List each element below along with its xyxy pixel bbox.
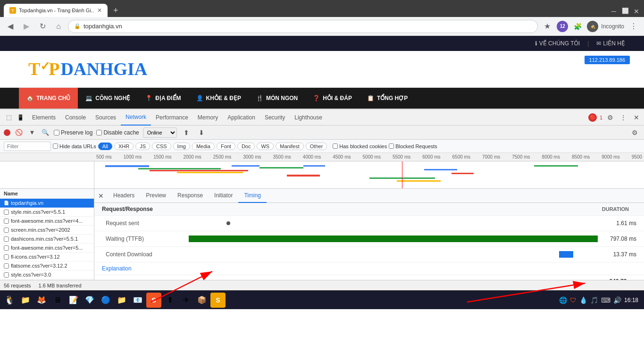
taskbar-icon-linux[interactable]: 🐧 — [2, 293, 17, 308]
file-checkbox-7[interactable] — [4, 263, 9, 269]
taskbar-icon-chrome[interactable]: 🔵 — [98, 293, 113, 308]
filter-chip-media[interactable]: Media — [192, 143, 215, 150]
disable-cache-label[interactable]: Disable cache — [96, 129, 139, 136]
file-item-1[interactable]: style.min.css?ver=5.5.1 — [0, 208, 94, 217]
filter-chip-manifest[interactable]: Manifest — [276, 143, 304, 150]
detail-tab-headers[interactable]: Headers — [108, 189, 140, 203]
file-item-2[interactable]: font-awesome.min.css?ver=4... — [0, 217, 94, 226]
export-btn[interactable]: ⬇ — [196, 127, 207, 138]
filter-chip-ws[interactable]: WS — [257, 143, 274, 150]
filter-input[interactable] — [4, 142, 51, 151]
filter-chip-other[interactable]: Other — [306, 143, 327, 150]
maximize-btn[interactable]: ⬜ — [621, 8, 629, 15]
nav-item-summary[interactable]: 📋 TỔNG HỢP — [360, 88, 415, 109]
taskbar-icon-package[interactable]: 📦 — [194, 293, 209, 308]
profile-avatar[interactable]: 12 — [557, 21, 568, 32]
filter-toggle-btn[interactable]: ▼ — [27, 128, 37, 137]
detail-tab-response[interactable]: Response — [172, 189, 209, 203]
close-detail-btn[interactable]: ✕ — [94, 189, 108, 203]
nav-item-beauty[interactable]: 👤 KHỎE & ĐẸP — [189, 88, 249, 109]
devtools-more-btn[interactable]: ⋮ — [618, 112, 629, 123]
file-item-6[interactable]: fl-icons.css?ver=3.12 — [0, 253, 94, 261]
inspect-element-btn[interactable]: ⬚ — [4, 112, 14, 123]
tab-close-icon[interactable]: ✕ — [97, 7, 102, 14]
file-checkbox-8[interactable] — [4, 272, 9, 278]
forward-btn[interactable]: ▶ — [20, 20, 33, 33]
tab-lighthouse[interactable]: Lighthouse — [290, 109, 327, 126]
file-checkbox-2[interactable] — [4, 219, 9, 224]
record-btn[interactable] — [4, 129, 10, 136]
explanation-link[interactable]: Explanation — [102, 265, 132, 272]
hide-data-urls-label[interactable]: Hide data URLs — [53, 143, 96, 149]
file-item-3[interactable]: screen.min.css?ver=2002 — [0, 226, 94, 235]
menu-btn[interactable]: ⋮ — [627, 20, 640, 33]
taskbar-icon-network-manager[interactable]: 🌐 — [559, 296, 567, 304]
taskbar-icon-files[interactable]: 📁 — [18, 293, 33, 308]
extensions-btn[interactable]: 🧩 — [571, 20, 584, 33]
filter-chip-all[interactable]: All — [98, 143, 112, 150]
taskbar-icon-gem[interactable]: 💎 — [82, 293, 97, 308]
file-checkbox-4[interactable] — [4, 236, 9, 242]
taskbar-icon-sublime[interactable]: S — [146, 293, 161, 308]
refresh-btn[interactable]: ↻ — [36, 20, 49, 33]
back-btn[interactable]: ◀ — [4, 20, 17, 33]
tab-elements[interactable]: Elements — [27, 109, 60, 126]
file-checkbox-3[interactable] — [4, 227, 9, 233]
has-blocked-cookies-checkbox[interactable] — [333, 143, 338, 149]
file-checkbox-6[interactable] — [4, 254, 9, 260]
disable-cache-checkbox[interactable] — [96, 130, 102, 135]
filter-chip-xhr[interactable]: XHR — [114, 143, 134, 150]
browser-tab[interactable]: T Topdanhgia.vn - Trang Đánh Gi... ✕ — [4, 4, 108, 17]
online-select[interactable]: Online Fast 3G Slow 3G Offline — [143, 127, 177, 138]
settings-network-btn[interactable]: ⚙ — [629, 127, 640, 138]
nav-item-home[interactable]: 🏠 TRANG CHỦ — [19, 88, 78, 109]
tab-memory[interactable]: Memory — [193, 109, 223, 126]
taskbar-icon-upload[interactable]: ⬆ — [162, 293, 177, 308]
blocked-requests-checkbox[interactable] — [389, 143, 394, 149]
tab-application[interactable]: Application — [223, 109, 260, 126]
file-item-4[interactable]: dashicons.min.css?ver=5.5.1 — [0, 235, 94, 244]
tab-security[interactable]: Security — [260, 109, 290, 126]
nav-item-location[interactable]: 📍 ĐỊA ĐIỂM — [138, 88, 188, 109]
file-item-topdanhgia[interactable]: 📄 topdanhgia.vn — [0, 199, 94, 208]
taskbar-icon-volume[interactable]: 🔊 — [613, 296, 621, 304]
filter-chip-js[interactable]: JS — [135, 143, 150, 150]
nav-item-food[interactable]: 🍴 MÓN NGON — [249, 88, 305, 109]
clear-btn[interactable]: 🚫 — [14, 128, 24, 137]
hide-data-urls-checkbox[interactable] — [53, 143, 58, 149]
file-item-5[interactable]: font-awesome.min.css?ver=5... — [0, 244, 94, 253]
detail-tab-preview[interactable]: Preview — [140, 189, 172, 203]
address-bar[interactable]: 🔒 topdanhgia.vn — [68, 20, 538, 33]
tab-sources[interactable]: Sources — [91, 109, 121, 126]
taskbar-icon-bluetooth[interactable]: 🎵 — [590, 296, 598, 304]
filter-chip-doc[interactable]: Doc — [237, 143, 255, 150]
incognito-badge[interactable]: 🕵 — [587, 21, 598, 32]
taskbar-icon-text[interactable]: 📝 — [66, 293, 81, 308]
file-checkbox-1[interactable] — [4, 210, 9, 215]
close-btn[interactable]: ✕ — [633, 8, 640, 15]
device-toggle-btn[interactable]: 📱 — [15, 112, 25, 123]
preserve-log-checkbox[interactable] — [54, 130, 59, 135]
search-btn[interactable]: 🔍 — [41, 128, 50, 137]
taskbar-icon-mail[interactable]: 📧 — [130, 293, 145, 308]
taskbar-icon-keyboard[interactable]: ⌨ — [601, 296, 611, 304]
home-btn[interactable]: ⌂ — [52, 20, 65, 33]
blocked-requests-label[interactable]: Blocked Requests — [389, 143, 437, 149]
nav-item-tech[interactable]: 💻 CÔNG NGHỆ — [78, 88, 138, 109]
filter-chip-font[interactable]: Font — [217, 143, 235, 150]
has-blocked-cookies-label[interactable]: Has blocked cookies — [333, 143, 387, 149]
new-tab-btn[interactable]: + — [109, 4, 122, 17]
taskbar-icon-browser[interactable]: 🦊 — [34, 293, 49, 308]
devtools-close-btn[interactable]: ✕ — [631, 112, 642, 123]
taskbar-icon-dropbox[interactable]: 💧 — [579, 296, 587, 304]
about-link[interactable]: ℹ VỀ CHÚNG TÔI — [535, 40, 580, 47]
filter-chip-css[interactable]: CSS — [152, 143, 171, 150]
devtools-settings-btn[interactable]: ⚙ — [604, 112, 616, 123]
detail-tab-initiator[interactable]: Initiator — [209, 189, 238, 203]
minimize-btn[interactable]: ─ — [610, 8, 618, 15]
taskbar-icon-folder[interactable]: 📁 — [114, 293, 129, 308]
tab-performance[interactable]: Performance — [151, 109, 193, 126]
import-btn[interactable]: ⬆ — [181, 127, 192, 138]
file-item-7[interactable]: flatsome.css?ver=3.12.2 — [0, 261, 94, 270]
detail-tab-timing[interactable]: Timing — [238, 189, 267, 203]
